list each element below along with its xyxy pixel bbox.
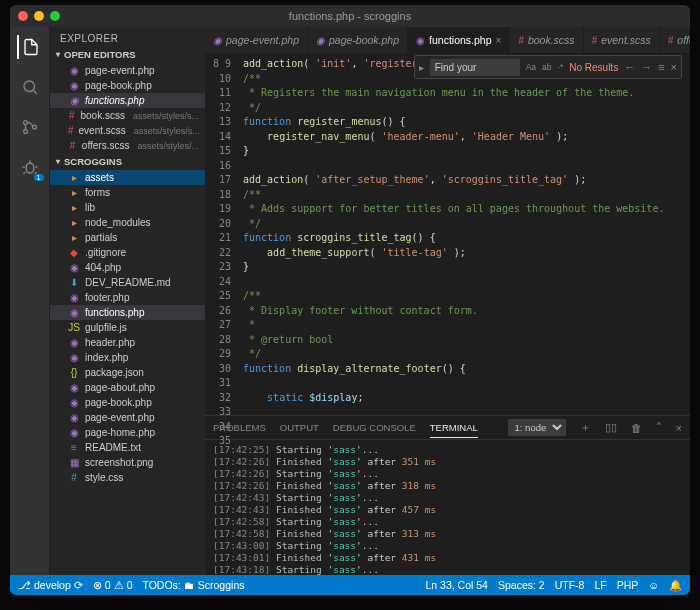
terminal-output[interactable]: [17:42:25] Starting 'sass'... [17:42:26]…: [205, 440, 690, 575]
tree-file[interactable]: ◉header.php: [50, 335, 205, 350]
json-file-icon: {}: [68, 367, 80, 379]
find-next-icon[interactable]: →: [641, 61, 652, 73]
match-case-icon[interactable]: Aa: [526, 62, 536, 72]
editor-tab[interactable]: #offers.: [660, 27, 690, 53]
open-editors-header[interactable]: OPEN EDITORS: [50, 46, 205, 63]
tree-item-label: lib: [85, 202, 95, 213]
panel-tab-debug-console[interactable]: DEBUG CONSOLE: [333, 418, 416, 437]
debug-icon[interactable]: 1: [18, 155, 42, 179]
tree-file[interactable]: ◆.gitignore: [50, 245, 205, 260]
open-editor-item[interactable]: ◉functions.php: [50, 93, 205, 108]
editor-area: 8 9 10 11 12 13 14 15 16 17 18 19 20 21 …: [205, 53, 690, 415]
js-file-icon: JS: [68, 322, 80, 334]
tree-file[interactable]: ◉footer.php: [50, 290, 205, 305]
split-terminal-icon[interactable]: ▯▯: [605, 421, 617, 434]
tree-file[interactable]: #style.css: [50, 470, 205, 485]
close-tab-icon[interactable]: ×: [496, 35, 502, 46]
minimap[interactable]: [686, 53, 690, 415]
open-editor-item[interactable]: ◉page-event.php: [50, 63, 205, 78]
search-icon[interactable]: [18, 75, 42, 99]
png-file-icon: ▦: [68, 457, 80, 469]
editor-tab[interactable]: #event.scss: [584, 27, 660, 53]
find-in-selection-icon[interactable]: ≡: [658, 61, 664, 73]
file-name-label: event.scss: [79, 125, 126, 136]
php-file-icon: ◉: [68, 382, 80, 394]
cursor-position-status[interactable]: Ln 33, Col 54: [425, 579, 487, 591]
php-file-icon: ◉: [68, 80, 80, 92]
explorer-icon[interactable]: [17, 35, 41, 59]
tree-file[interactable]: ⬇DEV_README.md: [50, 275, 205, 290]
todos-label: TODOs:: [142, 579, 180, 591]
chevron-right-icon[interactable]: ▸: [419, 62, 424, 73]
eol-status[interactable]: LF: [594, 579, 606, 591]
language-status[interactable]: PHP: [617, 579, 639, 591]
svg-point-0: [24, 81, 35, 92]
close-panel-icon[interactable]: ×: [676, 422, 682, 434]
tree-file[interactable]: JSgulpfile.js: [50, 320, 205, 335]
trash-icon[interactable]: 🗑: [631, 422, 642, 434]
tree-file[interactable]: ◉page-about.php: [50, 380, 205, 395]
tree-folder[interactable]: ▸partials: [50, 230, 205, 245]
php-file-icon: ◉: [213, 35, 222, 46]
tree-folder[interactable]: ▸forms: [50, 185, 205, 200]
whole-word-icon[interactable]: ab: [542, 62, 551, 72]
find-prev-icon[interactable]: ←: [624, 61, 635, 73]
warning-icon: ⚠: [114, 579, 124, 591]
plus-icon[interactable]: ＋: [580, 420, 591, 435]
php-file-icon: ◉: [68, 292, 80, 304]
tree-folder[interactable]: ▸node_modules: [50, 215, 205, 230]
md-file-icon: ⬇: [68, 277, 80, 289]
scss-file-icon: #: [68, 140, 77, 152]
editor-tab[interactable]: #book.scss: [510, 27, 583, 53]
find-close-icon[interactable]: ×: [671, 61, 677, 73]
tree-file[interactable]: ◉page-event.php: [50, 410, 205, 425]
editor-tab[interactable]: ◉functions.php×: [408, 27, 510, 53]
source-control-icon[interactable]: [18, 115, 42, 139]
sync-icon[interactable]: ⟳: [74, 579, 83, 591]
editor-tab[interactable]: ◉page-event.php: [205, 27, 308, 53]
scss-file-icon: #: [68, 110, 76, 122]
tree-file[interactable]: {}package.json: [50, 365, 205, 380]
open-editor-item[interactable]: #event.scssassets/styles/s...: [50, 123, 205, 138]
open-editor-item[interactable]: ◉page-book.php: [50, 78, 205, 93]
git-file-icon: ◆: [68, 247, 80, 259]
encoding-status[interactable]: UTF-8: [555, 579, 585, 591]
notifications-icon[interactable]: 🔔: [669, 579, 682, 592]
panel-tab-output[interactable]: OUTPUT: [280, 418, 319, 437]
open-editor-item[interactable]: #book.scssassets/styles/s...: [50, 108, 205, 123]
minimize-window-icon[interactable]: [34, 11, 44, 21]
tree-folder[interactable]: ▸lib: [50, 200, 205, 215]
feedback-icon[interactable]: ☺: [648, 579, 659, 591]
close-window-icon[interactable]: [18, 11, 28, 21]
folder-icon: ▸: [68, 172, 80, 184]
panel-tab-terminal[interactable]: TERMINAL: [430, 418, 478, 438]
maximize-window-icon[interactable]: [50, 11, 60, 21]
tree-file[interactable]: ◉page-home.php: [50, 425, 205, 440]
tree-file[interactable]: ◉functions.php: [50, 305, 205, 320]
titlebar[interactable]: functions.php - scroggins: [10, 5, 690, 27]
tree-item-label: package.json: [85, 367, 144, 378]
code-editor[interactable]: add_action( 'init', 'register_menus' ); …: [237, 53, 686, 415]
maximize-panel-icon[interactable]: ˄: [656, 421, 662, 434]
tree-file[interactable]: ▦screenshot.png: [50, 455, 205, 470]
find-input[interactable]: [430, 59, 520, 76]
editor-tab[interactable]: ◉page-book.php: [308, 27, 408, 53]
todos-status[interactable]: TODOs: 🖿 Scroggins: [142, 579, 244, 591]
tree-file[interactable]: ◉page-book.php: [50, 395, 205, 410]
open-editor-item[interactable]: #offers.scssassets/styles/...: [50, 138, 205, 153]
regex-icon[interactable]: ·*: [558, 62, 564, 72]
problems-status[interactable]: ⊗0 ⚠0: [93, 579, 133, 591]
indentation-status[interactable]: Spaces: 2: [498, 579, 545, 591]
git-branch-status[interactable]: ⎇ develop ⟳: [18, 579, 83, 591]
php-file-icon: ◉: [68, 262, 80, 274]
tree-file[interactable]: ≡README.txt: [50, 440, 205, 455]
tree-item-label: footer.php: [85, 292, 129, 303]
tree-file[interactable]: ◉404.php: [50, 260, 205, 275]
branch-icon: ⎇: [18, 579, 31, 591]
terminal-selector[interactable]: 1: node: [508, 419, 566, 436]
tree-file[interactable]: ◉index.php: [50, 350, 205, 365]
project-header[interactable]: SCROGGINS: [50, 153, 205, 170]
tree-folder[interactable]: ▸assets: [50, 170, 205, 185]
tree-item-label: gulpfile.js: [85, 322, 127, 333]
folder-icon: ▸: [68, 202, 80, 214]
